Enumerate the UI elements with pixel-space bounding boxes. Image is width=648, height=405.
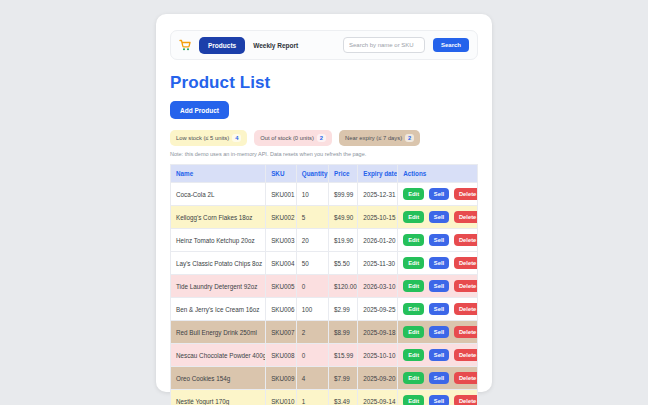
cell-quantity: 4 [296,367,328,390]
status-badge-label: Near expiry (≤ 7 days) [345,135,402,141]
cell-quantity: 100 [296,298,328,321]
edit-button[interactable]: Edit [403,280,424,292]
cell-actions: Edit Sell Delete [398,206,478,229]
cell-quantity: 1 [296,390,328,405]
sell-button[interactable]: Sell [429,372,449,384]
edit-button[interactable]: Edit [403,211,424,223]
cell-expiry: 2025-09-14 [358,390,398,405]
edit-button[interactable]: Edit [403,326,424,338]
cell-sku: SKU007 [266,321,297,344]
cell-price: $2.99 [329,298,358,321]
main-card: Products Weekly Report Search Product Li… [156,14,492,392]
table-row: Oreo Cookies 154g SKU009 4 $7.99 2025-09… [171,367,478,390]
delete-button[interactable]: Delete [454,326,478,338]
delete-button[interactable]: Delete [454,211,478,223]
delete-button[interactable]: Delete [454,234,478,246]
cell-price: $8.99 [329,321,358,344]
cell-actions: Edit Sell Delete [398,367,478,390]
column-header: Price [329,165,358,183]
shopping-cart-icon [179,39,191,51]
delete-button[interactable]: Delete [454,349,478,361]
cell-name: Lay's Classic Potato Chips 8oz [171,252,266,275]
cell-expiry: 2025-09-18 [358,321,398,344]
delete-button[interactable]: Delete [454,188,478,200]
table-row: Red Bull Energy Drink 250ml SKU007 2 $8.… [171,321,478,344]
status-badge: Near expiry (≤ 7 days) 2 [339,130,420,146]
status-badge-count: 4 [232,134,241,142]
cell-sku: SKU005 [266,275,297,298]
top-nav: Products Weekly Report Search [170,30,478,60]
sell-button[interactable]: Sell [429,326,449,338]
cell-price: $5.50 [329,252,358,275]
cell-quantity: 10 [296,183,328,206]
search-button[interactable]: Search [433,38,469,52]
sell-button[interactable]: Sell [429,280,449,292]
sell-button[interactable]: Sell [429,395,449,405]
add-product-button[interactable]: Add Product [170,101,229,119]
sell-button[interactable]: Sell [429,211,449,223]
edit-button[interactable]: Edit [403,303,424,315]
status-badge: Low stock (≤ 5 units) 4 [170,130,247,146]
status-badge-label: Low stock (≤ 5 units) [176,135,229,141]
edit-button[interactable]: Edit [403,188,424,200]
edit-button[interactable]: Edit [403,372,424,384]
search-input[interactable] [343,37,425,53]
column-header: Quantity [296,165,328,183]
product-table: NameSKUQuantityPriceExpiry dateActions C… [170,164,478,405]
cell-price: $120.00 [329,275,358,298]
cell-expiry: 2025-10-15 [358,206,398,229]
cell-name: Tide Laundry Detergent 92oz [171,275,266,298]
status-badge-count: 2 [405,134,414,142]
cell-quantity: 2 [296,321,328,344]
sell-button[interactable]: Sell [429,188,449,200]
sell-button[interactable]: Sell [429,349,449,361]
nav-tab-weekly-report[interactable]: Weekly Report [253,42,298,49]
status-badges: Low stock (≤ 5 units) 4 Out of stock (0 … [170,130,478,146]
sell-button[interactable]: Sell [429,234,449,246]
cell-expiry: 2025-09-25 [358,298,398,321]
cell-sku: SKU003 [266,229,297,252]
table-row: Kellogg's Corn Flakes 18oz SKU002 5 $49.… [171,206,478,229]
cell-actions: Edit Sell Delete [398,321,478,344]
cell-name: Oreo Cookies 154g [171,367,266,390]
cell-expiry: 2025-09-20 [358,367,398,390]
nav-tab-products[interactable]: Products [199,37,245,54]
column-header: SKU [266,165,297,183]
cell-sku: SKU004 [266,252,297,275]
delete-button[interactable]: Delete [454,280,478,292]
cell-sku: SKU002 [266,206,297,229]
sell-button[interactable]: Sell [429,303,449,315]
cell-name: Kellogg's Corn Flakes 18oz [171,206,266,229]
edit-button[interactable]: Edit [403,395,424,405]
cell-name: Ben & Jerry's Ice Cream 16oz [171,298,266,321]
demo-note: Note: this demo uses an in-memory API. D… [170,151,478,157]
cell-actions: Edit Sell Delete [398,275,478,298]
cell-quantity: 20 [296,229,328,252]
edit-button[interactable]: Edit [403,349,424,361]
delete-button[interactable]: Delete [454,257,478,269]
cell-expiry: 2025-10-10 [358,344,398,367]
cell-actions: Edit Sell Delete [398,229,478,252]
cell-sku: SKU008 [266,344,297,367]
cell-expiry: 2026-03-10 [358,275,398,298]
edit-button[interactable]: Edit [403,234,424,246]
cell-quantity: 5 [296,206,328,229]
cell-actions: Edit Sell Delete [398,183,478,206]
sell-button[interactable]: Sell [429,257,449,269]
column-header: Expiry date [358,165,398,183]
cell-quantity: 0 [296,344,328,367]
column-header: Name [171,165,266,183]
edit-button[interactable]: Edit [403,257,424,269]
delete-button[interactable]: Delete [454,303,478,315]
status-badge-label: Out of stock (0 units) [260,135,313,141]
delete-button[interactable]: Delete [454,372,478,384]
table-header-row: NameSKUQuantityPriceExpiry dateActions [171,165,478,183]
cell-name: Red Bull Energy Drink 250ml [171,321,266,344]
table-row: Heinz Tomato Ketchup 20oz SKU003 20 $19.… [171,229,478,252]
table-row: Tide Laundry Detergent 92oz SKU005 0 $12… [171,275,478,298]
cell-price: $49.90 [329,206,358,229]
cell-name: Nestlé Yogurt 170g [171,390,266,405]
cell-expiry: 2025-11-30 [358,252,398,275]
delete-button[interactable]: Delete [454,395,478,405]
table-row: Coca-Cola 2L SKU001 10 $99.99 2025-12-31… [171,183,478,206]
